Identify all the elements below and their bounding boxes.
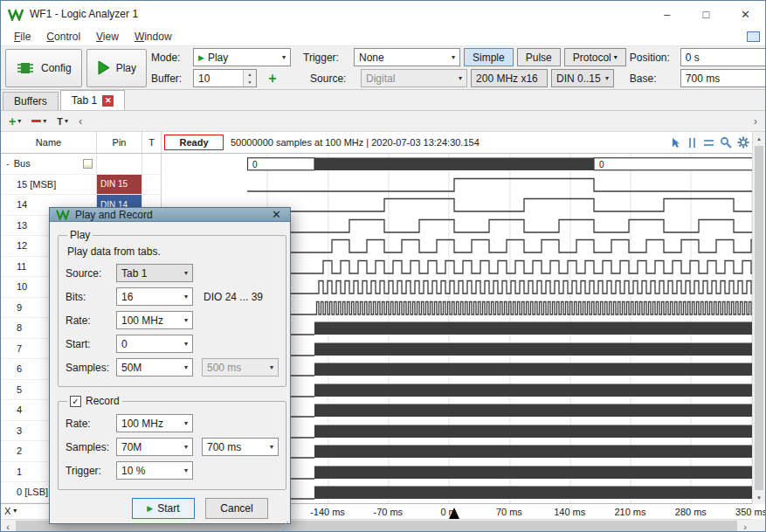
name-column-header[interactable]: Name (1, 132, 97, 153)
chevron-down-icon: ▾ (605, 74, 609, 82)
chevron-down-icon: ▾ (17, 117, 21, 125)
trigger-tool-button[interactable]: T ▾ (52, 115, 72, 128)
mode-select[interactable]: ▶ Play ▾ (193, 48, 291, 66)
tab-close-icon[interactable]: ✕ (102, 95, 114, 107)
position-select[interactable]: 0 s ▾ (680, 48, 766, 66)
chip-icon (16, 60, 35, 76)
bus-waveform[interactable]: 0 0 (162, 154, 754, 175)
play-description: Play data from tabs. (67, 245, 279, 258)
edit-icon[interactable] (83, 159, 93, 169)
simple-toggle[interactable]: Simple (464, 48, 514, 66)
scroll-right-icon[interactable]: › (749, 114, 762, 128)
dialog-samples-time-select[interactable]: 500 ms ▾ (202, 358, 279, 377)
din-range-select[interactable]: DIN 0..15 ▾ (551, 69, 614, 87)
channel-pin-badge[interactable]: DIN 15 (97, 175, 141, 195)
channel-name[interactable]: 15 [MSB] (1, 175, 97, 196)
menu-file[interactable]: File (6, 29, 38, 45)
pulse-toggle[interactable]: Pulse (517, 48, 561, 66)
menu-window[interactable]: Window (127, 29, 180, 45)
scroll-right-icon[interactable]: › (738, 520, 752, 532)
dialog-start-select[interactable]: 0 ▾ (116, 335, 193, 353)
gear-icon[interactable] (737, 136, 749, 149)
record-rate-label: Rate: (66, 418, 116, 430)
vertical-scrollbar[interactable]: ▲ ▼ (752, 132, 765, 504)
scroll-up-icon[interactable]: ▲ (753, 132, 765, 145)
close-button[interactable]: ✕ (726, 1, 765, 27)
x-cursors-icon[interactable] (687, 137, 698, 149)
collapse-toggle-icon[interactable]: - (6, 158, 10, 169)
menubar-items: FileControlViewWindow (6, 29, 180, 45)
dialog-source-value: Tab 1 (121, 267, 147, 280)
dialog-rate-label: Rate: (66, 314, 116, 327)
dialog-samples-select[interactable]: 50M ▾ (116, 358, 193, 377)
spin-down-icon[interactable]: ▼ (244, 79, 256, 87)
record-samples-select[interactable]: 70M ▾ (116, 438, 193, 456)
bus-trigger-cell[interactable] (142, 154, 162, 175)
record-rate-value: 100 MHz (121, 418, 163, 430)
vertical-scrollbar-thumb[interactable] (755, 146, 763, 490)
protocol-label: Protocol (573, 52, 611, 64)
record-samples-time-select[interactable]: 700 ms ▾ (202, 438, 279, 456)
trigger-label: Trigger: (303, 52, 350, 64)
dialog-titlebar[interactable]: Play and Record ✕ (50, 208, 290, 222)
add-buffer-icon[interactable]: + (265, 71, 280, 86)
add-channel-button[interactable]: + ▾ (4, 114, 25, 129)
x-axis-select[interactable]: X ▾ (4, 506, 17, 516)
config-button[interactable]: Config (5, 49, 82, 87)
trigger-column-header[interactable]: T (142, 132, 162, 153)
play-group: Play Play data from tabs. Source: Tab 1 … (58, 229, 286, 387)
waveforms-logo-icon (56, 209, 70, 220)
play-group-label: Play (70, 229, 90, 241)
buffer-stepper[interactable]: 10 ▲ ▼ (193, 69, 257, 87)
record-samples-time-value: 700 ms (207, 441, 241, 453)
tab-tab1[interactable]: Tab 1 ✕ (60, 90, 125, 110)
protocol-toggle[interactable]: Protocol ▾ (564, 48, 626, 66)
chevron-down-icon: ▾ (452, 53, 455, 61)
dialog-source-select[interactable]: Tab 1 ▾ (116, 264, 193, 282)
channel-waveform[interactable] (162, 175, 754, 196)
dialog-rate-select[interactable]: 100 MHz ▾ (116, 311, 193, 329)
simple-label: Simple (473, 52, 505, 64)
start-button[interactable]: ▶ Start (132, 498, 195, 519)
bus-value-right: 0 (599, 160, 604, 169)
record-rate-select[interactable]: 100 MHz ▾ (116, 414, 193, 432)
maximize-button[interactable]: □ (687, 1, 726, 27)
scroll-left-icon[interactable]: ‹ (74, 114, 86, 128)
trigger-select[interactable]: None ▾ (354, 48, 460, 66)
time-axis-label: 350 ms (735, 507, 765, 517)
clock-select[interactable]: 200 MHz x16 (471, 69, 548, 87)
resize-grip[interactable] (278, 521, 288, 531)
menu-control[interactable]: Control (38, 29, 88, 45)
chevron-down-icon: ▾ (184, 293, 188, 301)
chevron-down-icon: ▾ (184, 466, 188, 474)
record-trigger-select[interactable]: 10 % ▾ (116, 461, 193, 480)
dialog-close-icon[interactable]: ✕ (269, 208, 284, 221)
chevron-down-icon: ▾ (184, 269, 188, 277)
cancel-button[interactable]: Cancel (205, 498, 268, 519)
y-cursors-icon[interactable] (703, 137, 714, 149)
time-axis-label: -140 ms (310, 507, 345, 517)
chevron-down-icon: ▾ (184, 340, 188, 348)
config-label: Config (41, 62, 72, 74)
dock-window-icon[interactable] (747, 31, 760, 42)
menu-view[interactable]: View (88, 29, 127, 45)
dialog-bits-select[interactable]: 16 ▾ (116, 287, 193, 306)
record-checkbox[interactable]: ✓ (70, 396, 81, 407)
base-select[interactable]: 700 ms ▾ (680, 69, 766, 87)
minus-icon (31, 120, 41, 122)
remove-channel-button[interactable]: ▾ (27, 116, 51, 126)
bus-name-cell[interactable]: - Bus (1, 154, 97, 175)
din-range-value: DIN 0..15 (556, 73, 601, 85)
source-select[interactable]: Digital ▾ (361, 69, 467, 87)
channel-trigger-cell[interactable] (142, 175, 162, 196)
minimize-button[interactable]: – (647, 1, 687, 27)
scroll-left-icon[interactable]: ‹ (1, 520, 15, 532)
play-icon: ▶ (198, 53, 204, 62)
play-button[interactable]: Play (86, 49, 147, 87)
scroll-down-icon[interactable]: ▼ (753, 491, 765, 504)
hot-track-cursor-icon[interactable] (670, 137, 681, 149)
zoom-icon[interactable] (720, 136, 732, 149)
pin-column-header[interactable]: Pin (97, 132, 142, 153)
tab-buffers[interactable]: Buffers (3, 92, 59, 110)
spin-up-icon[interactable]: ▲ (244, 70, 256, 79)
